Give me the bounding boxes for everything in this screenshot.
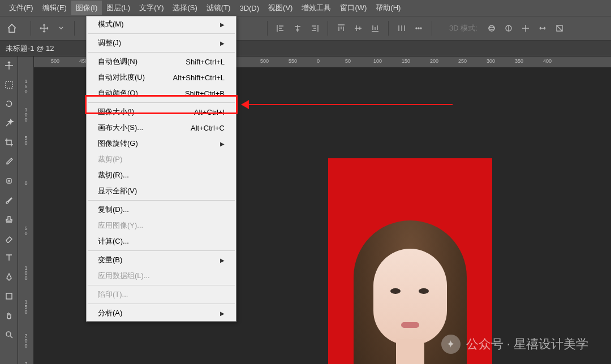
menu-item-label: 自动颜色(O) bbox=[98, 88, 138, 98]
svg-point-4 bbox=[489, 27, 494, 29]
align-right-icon[interactable] bbox=[307, 21, 322, 36]
scale-icon[interactable] bbox=[552, 21, 567, 36]
more-icon[interactable] bbox=[411, 21, 426, 36]
document-tab[interactable]: 未标题-1 @ 12 bbox=[0, 41, 59, 56]
menu-item-13[interactable]: 显示全部(V) bbox=[87, 183, 236, 199]
ruler-tick: 150 bbox=[19, 300, 33, 315]
menu-separator bbox=[88, 304, 235, 304]
ruler-tick: 150 bbox=[402, 58, 410, 64]
zoom-tool[interactable] bbox=[2, 328, 16, 341]
heal-tool[interactable] bbox=[2, 174, 16, 188]
move-tool[interactable] bbox=[2, 59, 16, 72]
menu-item-shortcut: Alt+Shift+Ctrl+L bbox=[173, 73, 225, 82]
menu-item-5[interactable]: 自动对比度(U)Alt+Shift+Ctrl+L bbox=[87, 70, 236, 85]
wand-tool[interactable] bbox=[2, 116, 16, 130]
menu-3d[interactable]: 3D(D) bbox=[235, 2, 264, 15]
menu-item-label: 应用图像(Y)... bbox=[98, 220, 143, 231]
crop-tool[interactable] bbox=[2, 136, 16, 149]
ruler-tick: 50 bbox=[19, 136, 33, 146]
menu-item-19[interactable]: 变量(B)▶ bbox=[87, 252, 236, 268]
home-icon[interactable] bbox=[3, 20, 20, 37]
ruler-tick: 500 bbox=[51, 58, 59, 64]
chevron-down-icon[interactable] bbox=[54, 21, 68, 36]
menu-item-label: 计算(C)... bbox=[98, 236, 129, 246]
menu-item-shortcut: Alt+Ctrl+I bbox=[194, 108, 225, 116]
menu-item-9[interactable]: 画布大小(S)...Alt+Ctrl+C bbox=[87, 120, 236, 136]
slide-icon[interactable] bbox=[535, 21, 550, 36]
ruler-tick: 100 bbox=[373, 58, 382, 64]
submenu-arrow-icon: ▶ bbox=[220, 40, 225, 46]
menu-layer[interactable]: 图层(L) bbox=[102, 1, 135, 15]
separator bbox=[388, 21, 389, 36]
ruler-tick: 550 bbox=[289, 58, 297, 64]
hand-tool[interactable] bbox=[2, 309, 16, 322]
align-vcenter-icon[interactable] bbox=[351, 21, 365, 36]
pen-tool[interactable] bbox=[2, 270, 16, 284]
menu-item-label: 陷印(T)... bbox=[98, 289, 128, 300]
align-left-icon[interactable] bbox=[273, 21, 288, 36]
menu-filter[interactable]: 滤镜(T) bbox=[202, 1, 235, 15]
stamp-tool[interactable] bbox=[2, 213, 16, 226]
menu-edit[interactable]: 编辑(E) bbox=[38, 1, 71, 15]
marquee-tool[interactable] bbox=[2, 78, 16, 92]
menu-item-10[interactable]: 图像旋转(G)▶ bbox=[87, 136, 236, 151]
brush-tool[interactable] bbox=[2, 193, 16, 207]
menu-item-15[interactable]: 复制(D)... bbox=[87, 202, 236, 218]
menu-item-11: 裁剪(P) bbox=[87, 151, 236, 167]
watermark-text: 公众号 · 星禧设计美学 bbox=[466, 336, 588, 353]
watermark: ✦ 公众号 · 星禧设计美学 bbox=[441, 335, 588, 354]
shape-tool[interactable] bbox=[2, 289, 16, 303]
align-top-icon[interactable] bbox=[334, 21, 348, 36]
eraser-tool[interactable] bbox=[2, 232, 16, 245]
ruler-tick: 100 bbox=[19, 107, 33, 123]
menu-item-12[interactable]: 裁切(R)... bbox=[87, 167, 236, 183]
move-arrows-icon[interactable] bbox=[37, 21, 51, 36]
lasso-tool[interactable] bbox=[2, 97, 16, 111]
svg-point-3 bbox=[489, 25, 494, 31]
ruler-tick: 400 bbox=[543, 58, 552, 64]
menu-item-label: 分析(A) bbox=[98, 308, 122, 318]
eyedropper-tool[interactable] bbox=[2, 155, 16, 168]
menu-item-label: 变量(B) bbox=[98, 255, 122, 265]
menu-item-0[interactable]: 模式(M)▶ bbox=[87, 16, 236, 32]
menu-item-24[interactable]: 分析(A)▶ bbox=[87, 305, 236, 321]
menu-select[interactable]: 选择(S) bbox=[168, 1, 201, 15]
menu-plugins[interactable]: 增效工具 bbox=[297, 1, 335, 15]
ruler-tick: 50 bbox=[19, 226, 33, 236]
pan-icon[interactable] bbox=[518, 21, 533, 36]
separator bbox=[267, 21, 268, 36]
ruler-tick: 100 bbox=[19, 266, 33, 281]
menu-help[interactable]: 帮助(H) bbox=[371, 1, 405, 15]
menu-item-label: 图像旋转(G) bbox=[98, 138, 138, 149]
menu-item-17[interactable]: 计算(C)... bbox=[87, 233, 236, 249]
3d-mode-label: 3D 模式: bbox=[449, 23, 477, 33]
distribute-h-icon[interactable] bbox=[394, 21, 409, 36]
type-tool[interactable] bbox=[2, 251, 16, 265]
orbit-icon[interactable] bbox=[484, 21, 499, 36]
svg-point-2 bbox=[420, 28, 421, 29]
wechat-icon: ✦ bbox=[441, 335, 461, 354]
menu-item-2[interactable]: 调整(J)▶ bbox=[87, 35, 236, 51]
roll-icon[interactable] bbox=[501, 21, 516, 36]
menu-file[interactable]: 文件(F) bbox=[5, 1, 38, 15]
menu-type[interactable]: 文字(Y) bbox=[135, 1, 168, 15]
menu-item-shortcut: Shift+Ctrl+B bbox=[185, 89, 225, 98]
align-hcenter-icon[interactable] bbox=[290, 21, 305, 36]
menu-item-label: 自动色调(N) bbox=[98, 57, 137, 67]
ruler-tick: 0 bbox=[317, 58, 320, 64]
ruler-tick: 250 bbox=[19, 362, 33, 364]
align-bottom-icon[interactable] bbox=[368, 21, 382, 36]
menu-item-8[interactable]: 图像大小(I)...Alt+Ctrl+I bbox=[87, 104, 236, 120]
ruler-tick: 200 bbox=[19, 333, 33, 349]
menu-item-22: 陷印(T)... bbox=[87, 287, 236, 302]
ruler-tick: 350 bbox=[515, 58, 523, 64]
menu-item-label: 自动对比度(U) bbox=[98, 72, 145, 83]
menu-item-20: 应用数据组(L)... bbox=[87, 268, 236, 284]
menu-item-4[interactable]: 自动色调(N)Shift+Ctrl+L bbox=[87, 54, 236, 70]
svg-point-10 bbox=[6, 332, 11, 336]
menu-window[interactable]: 窗口(W) bbox=[335, 1, 371, 15]
menu-item-6[interactable]: 自动颜色(O)Shift+Ctrl+B bbox=[87, 85, 236, 101]
menu-view[interactable]: 视图(V) bbox=[264, 1, 297, 15]
menu-image[interactable]: 图像(I) bbox=[71, 1, 102, 15]
menu-item-16: 应用图像(Y)... bbox=[87, 218, 236, 233]
